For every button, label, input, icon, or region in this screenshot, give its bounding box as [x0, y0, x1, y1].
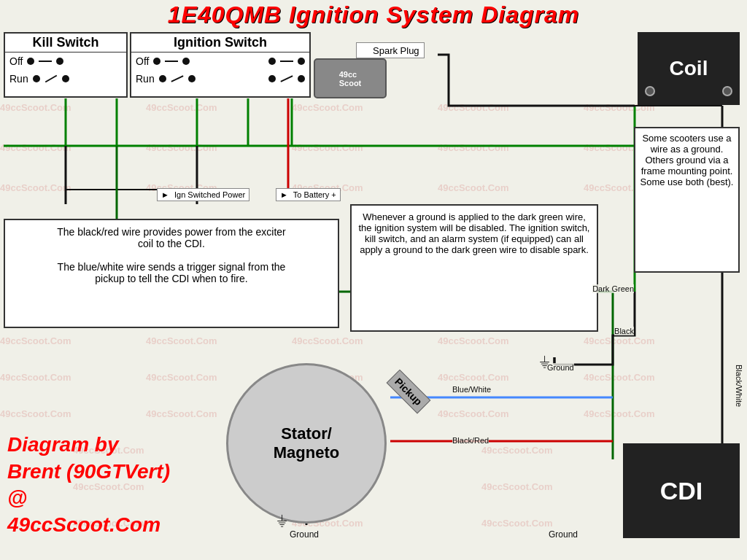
wm25: 49ccScoot.Com — [584, 372, 655, 383]
ign-dot5 — [159, 75, 166, 82]
ign-switched-power-text: Ign Switched Power — [174, 190, 245, 199]
wm18: 49ccScoot.Com — [292, 335, 363, 346]
wm26: 49ccScoot.Com — [0, 408, 71, 419]
info-left-line2: coil to the CDI. — [11, 238, 332, 249]
info-left-line4: The blue/white wire sends a trigger sign… — [11, 261, 332, 273]
wm2: 49ccScoot.Com — [146, 102, 217, 113]
page-title: 1E40QMB Ignition System Diagram — [0, 1, 747, 28]
black-white-label: Black/White — [735, 365, 743, 407]
info-right-text: Some scooters use a wire as a ground. Ot… — [640, 133, 734, 187]
info-left-line5: pickup to tell the CDI when to fire. — [11, 273, 332, 284]
ignition-run-row: Run — [131, 70, 309, 88]
wm14: 49ccScoot.Com — [438, 182, 509, 193]
cdi-box: CDI — [623, 443, 740, 538]
wm22: 49ccScoot.Com — [146, 372, 217, 383]
ign-dot6 — [188, 75, 196, 82]
wm30: 49ccScoot.Com — [584, 408, 655, 419]
to-battery-label: ► To Battery + — [276, 188, 341, 201]
cdi-label: CDI — [660, 477, 703, 505]
wm9: 49ccScoot.Com — [438, 142, 509, 153]
wm21: 49ccScoot.Com — [0, 372, 71, 383]
ground-label-1: Ground — [549, 529, 578, 540]
blue-white-label: Blue/White — [452, 385, 491, 394]
credit-line3: @ — [7, 485, 170, 511]
ign-dot8 — [298, 75, 305, 82]
ign-dot7 — [268, 75, 276, 82]
info-box-right: Some scooters use a wire as a ground. Ot… — [634, 127, 740, 273]
wm33: 49ccScoot.Com — [481, 445, 553, 456]
wm3: 49ccScoot.Com — [292, 102, 363, 113]
pickup-text: Pickup — [392, 376, 425, 408]
kill-switch-off-row: Off — [5, 52, 126, 70]
wm27: 49ccScoot.Com — [146, 408, 217, 419]
spark-plug-label: Spark Plug — [356, 42, 425, 58]
ignition-cylinder-label: 49ccScoot — [339, 70, 362, 88]
wm11: 49ccScoot.Com — [0, 182, 71, 193]
ignition-off-row: Off — [131, 52, 309, 70]
info-box-mid: Whenever a ground is applied to the dark… — [350, 204, 598, 332]
ign-dot1 — [153, 58, 160, 65]
kill-switch-dot3 — [33, 75, 40, 82]
wm20: 49ccScoot.Com — [584, 335, 655, 346]
ignition-off-label: Off — [136, 55, 149, 67]
black-red-label: Black/Red — [452, 436, 489, 445]
ign-conn1 — [171, 75, 183, 82]
info-left-line1: The black/red wire provides power from t… — [11, 226, 332, 238]
coil-terminal-right — [722, 86, 732, 96]
ign-dot4 — [298, 58, 305, 65]
black-label: Black — [614, 327, 634, 335]
ign-dot2 — [182, 58, 190, 65]
pickup-label: Pickup — [387, 370, 431, 414]
ground-symbol-1: ⏚ — [540, 351, 549, 370]
coil-box: Coil — [638, 32, 740, 105]
wm39: 49ccScoot.Com — [481, 518, 553, 529]
kill-switch-box: Kill Switch Off Run — [4, 32, 128, 98]
kill-switch-title: Kill Switch — [5, 34, 126, 52]
coil-label: Coil — [670, 57, 708, 80]
coil-terminal-left — [645, 86, 655, 96]
ignition-switch-title: Ignition Switch — [131, 34, 309, 52]
ignition-cylinder: 49ccScoot — [314, 58, 387, 98]
wm1: 49ccScoot.Com — [0, 102, 71, 113]
spark-plug-arrow — [361, 44, 370, 56]
ign-switched-power-label: ► Ign Switched Power — [157, 188, 249, 201]
ignition-run-label: Run — [136, 73, 155, 85]
ground-symbol-2: ⏚ — [277, 510, 287, 529]
to-battery-text: To Battery + — [293, 190, 336, 199]
ground-label-2: Ground — [290, 529, 319, 540]
ign-dash2 — [280, 61, 293, 62]
kill-switch-dot4 — [62, 75, 69, 82]
credit-line2: Brent (90GTVert) — [7, 459, 170, 485]
info-box-left: The black/red wire provides power from t… — [4, 219, 339, 328]
kill-switch-dot2 — [56, 58, 63, 65]
credit-line4: 49ccScoot.Com — [7, 512, 170, 538]
ign-dash1 — [165, 61, 178, 62]
ign-conn2 — [280, 75, 293, 82]
wm8: 49ccScoot.Com — [292, 142, 363, 153]
credit-text: Diagram by Brent (90GTVert) @ 49ccScoot.… — [7, 432, 170, 538]
wm36: 49ccScoot.Com — [481, 481, 553, 492]
stator-circle: Stator/Magneto — [226, 363, 387, 524]
wm19: 49ccScoot.Com — [438, 335, 509, 346]
wm6: 49ccScoot.Com — [0, 142, 71, 153]
ign-dot3 — [268, 58, 276, 65]
credit-line1: Diagram by — [7, 432, 170, 458]
stator-label: Stator/Magneto — [274, 424, 339, 463]
kill-switch-off-label: Off — [9, 55, 23, 67]
dark-green-label: Dark Green — [592, 284, 634, 293]
ground-label: Ground — [547, 363, 574, 372]
wm16: 49ccScoot.Com — [0, 335, 71, 346]
ignition-switch-box: Ignition Switch Off Run — [130, 32, 311, 98]
kill-switch-conn — [44, 75, 57, 83]
kill-switch-run-row: Run — [5, 70, 126, 88]
info-mid-text: Whenever a ground is applied to the dark… — [359, 211, 590, 255]
spark-plug-text: Spark Plug — [373, 45, 419, 56]
wm17: 49ccScoot.Com — [146, 335, 217, 346]
kill-switch-dash — [39, 61, 52, 62]
kill-switch-run-label: Run — [9, 73, 28, 85]
wm29: 49ccScoot.Com — [438, 408, 509, 419]
kill-switch-dot1 — [27, 58, 34, 65]
wm7: 49ccScoot.Com — [146, 142, 217, 153]
wm4: 49ccScoot.Com — [438, 102, 509, 113]
wm24: 49ccScoot.Com — [438, 372, 509, 383]
